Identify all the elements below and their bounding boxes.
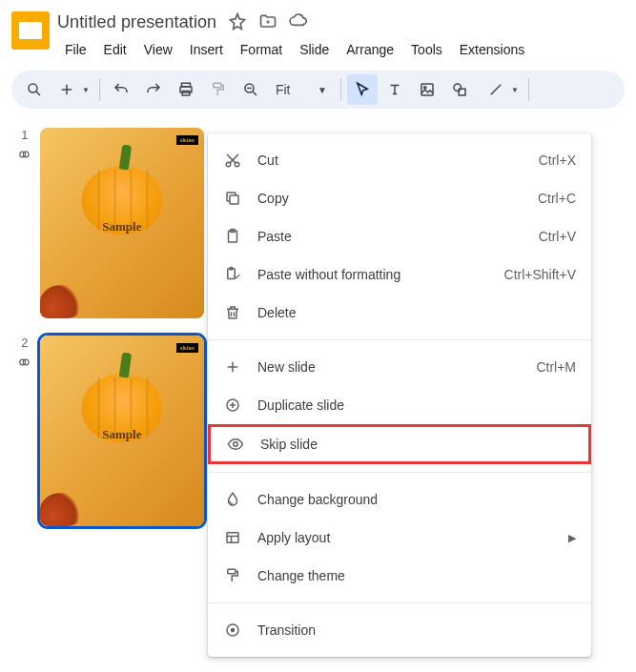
- paint-format-icon[interactable]: [203, 74, 234, 105]
- ctx-new-slide[interactable]: New slideCtrl+M: [208, 348, 591, 386]
- ctx-apply-layout[interactable]: Apply layout▶: [208, 519, 591, 557]
- text-box-icon[interactable]: [380, 74, 410, 105]
- ctx-duplicate-slide[interactable]: Duplicate slide: [208, 386, 591, 424]
- ctx-paste-without-formatting[interactable]: Paste without formattingCtrl+Shift+V: [208, 255, 591, 294]
- search-icon[interactable]: [19, 74, 50, 105]
- document-title[interactable]: Untitled presentation: [57, 12, 216, 32]
- duplicate-icon: [223, 396, 242, 415]
- menu-insert[interactable]: Insert: [182, 38, 231, 61]
- slide-number: 1: [21, 128, 28, 142]
- slide-thumbnail[interactable]: slides Sample: [40, 336, 204, 526]
- ctx-label: Duplicate slide: [257, 397, 576, 413]
- ctx-shortcut: Ctrl+C: [538, 191, 576, 206]
- ctx-label: Change theme: [257, 568, 576, 583]
- svg-point-7: [424, 87, 426, 89]
- chevron-down-icon: ▼: [318, 85, 327, 95]
- ctx-shortcut: Ctrl+V: [539, 229, 576, 244]
- slide-thumbnail-row: 2 slides Sample: [17, 336, 204, 526]
- theme-icon: [223, 566, 242, 585]
- cut-icon: [223, 151, 242, 170]
- menu-arrange[interactable]: Arrange: [339, 38, 401, 61]
- svg-point-14: [226, 162, 231, 167]
- ctx-paste[interactable]: PasteCtrl+V: [208, 217, 591, 255]
- ctx-shortcut: Ctrl+M: [536, 359, 576, 375]
- star-icon[interactable]: [228, 12, 247, 31]
- ctx-transition[interactable]: Transition: [208, 611, 591, 649]
- svg-rect-24: [228, 569, 236, 574]
- ctx-label: New slide: [257, 359, 536, 375]
- menu-view[interactable]: View: [136, 38, 180, 61]
- ctx-delete[interactable]: Delete: [208, 294, 591, 332]
- delete-icon: [223, 303, 242, 322]
- menu-slide[interactable]: Slide: [292, 38, 337, 61]
- line-icon[interactable]: [481, 74, 511, 105]
- svg-point-26: [231, 628, 236, 633]
- svg-point-0: [29, 84, 37, 92]
- ctx-label: Transition: [257, 622, 576, 638]
- menu-edit[interactable]: Edit: [96, 38, 134, 61]
- svg-rect-6: [421, 84, 433, 95]
- ctx-skip-slide[interactable]: Skip slide: [208, 424, 591, 464]
- ctx-label: Apply layout: [257, 530, 568, 545]
- svg-rect-19: [228, 269, 236, 279]
- ctx-shortcut: Ctrl+Shift+V: [504, 267, 576, 282]
- image-icon[interactable]: [412, 74, 442, 105]
- paste-plain-icon: [223, 265, 242, 284]
- menu-separator: [208, 339, 591, 340]
- ctx-label: Delete: [257, 305, 576, 320]
- ctx-change-theme[interactable]: Change theme: [208, 557, 591, 595]
- plus-icon: [223, 357, 242, 377]
- select-tool-icon[interactable]: [347, 74, 378, 105]
- cloud-status-icon[interactable]: [289, 12, 308, 31]
- ctx-label: Copy: [257, 191, 538, 206]
- menu-separator: [208, 472, 591, 473]
- ctx-label: Paste without formatting: [257, 267, 504, 282]
- svg-point-22: [234, 442, 238, 447]
- zoom-select[interactable]: Fit ▼: [268, 82, 335, 97]
- ctx-shortcut: Ctrl+X: [539, 153, 576, 168]
- ctx-label: Cut: [257, 153, 539, 168]
- context-menu: CutCtrl+XCopyCtrl+CPasteCtrl+VPaste with…: [208, 133, 591, 657]
- ctx-label: Skip slide: [260, 437, 573, 452]
- line-dropdown[interactable]: ▼: [511, 86, 523, 94]
- ctx-label: Change background: [257, 492, 576, 507]
- slide-number: 2: [21, 336, 28, 350]
- eye-icon: [226, 435, 245, 454]
- droplet-icon: [223, 490, 242, 509]
- ctx-cut[interactable]: CutCtrl+X: [208, 141, 591, 179]
- animation-icon[interactable]: [18, 356, 31, 369]
- new-slide-icon[interactable]: [51, 74, 82, 105]
- menubar: File Edit View Insert Format Slide Arran…: [57, 38, 625, 61]
- chevron-right-icon: ▶: [568, 532, 576, 544]
- svg-rect-23: [227, 533, 238, 543]
- zoom-icon[interactable]: [236, 74, 266, 105]
- menu-format[interactable]: Format: [233, 38, 290, 61]
- animation-icon[interactable]: [18, 148, 31, 161]
- new-slide-dropdown[interactable]: ▼: [82, 86, 93, 94]
- copy-icon: [223, 189, 242, 208]
- menu-separator: [208, 602, 591, 603]
- slide-panel: 1 slides Sample: [0, 116, 210, 555]
- toolbar: ▼ Fit ▼ ▼: [11, 71, 625, 109]
- layout-icon: [223, 528, 242, 547]
- sample-label: Sample: [102, 427, 141, 442]
- menu-file[interactable]: File: [57, 38, 94, 61]
- svg-rect-4: [214, 83, 221, 88]
- slide-thumbnail-row: 1 slides Sample: [17, 128, 204, 318]
- ctx-change-background[interactable]: Change background: [208, 480, 591, 519]
- paste-icon: [223, 227, 242, 246]
- ctx-copy[interactable]: CopyCtrl+C: [208, 179, 591, 217]
- redo-icon[interactable]: [138, 74, 169, 105]
- move-folder-icon[interactable]: [258, 12, 277, 31]
- undo-icon[interactable]: [106, 74, 136, 105]
- slide-thumbnail[interactable]: slides Sample: [40, 128, 204, 318]
- svg-point-8: [454, 84, 462, 92]
- svg-rect-16: [230, 195, 238, 204]
- print-icon[interactable]: [171, 74, 201, 105]
- menu-extensions[interactable]: Extensions: [452, 38, 532, 61]
- ctx-label: Paste: [257, 229, 539, 244]
- app-logo[interactable]: [11, 11, 50, 50]
- sample-label: Sample: [102, 219, 141, 234]
- menu-tools[interactable]: Tools: [403, 38, 450, 61]
- shape-icon[interactable]: [444, 74, 475, 105]
